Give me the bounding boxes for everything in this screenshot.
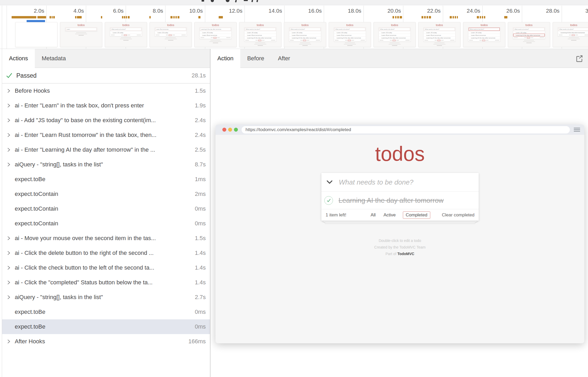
filmstrip-thumbnail[interactable]: todosWhat needs to be done?Learn JS toda…	[418, 22, 460, 47]
filter-completed[interactable]: Completed	[403, 211, 430, 219]
todomvc-brand[interactable]: TodoMVC	[397, 252, 414, 256]
action-row[interactable]: expect.toContain0ms	[2, 201, 210, 216]
action-row[interactable]: ai - Click the check button to the left …	[2, 260, 210, 275]
action-row[interactable]: expect.toBe1ms	[2, 172, 210, 187]
action-row-label: ai - Enter "Learning AI the day after to…	[15, 146, 192, 153]
filmstrip-thumbnail[interactable]: todosWhat needs to be done?Learn JS toda…	[374, 22, 416, 47]
filmstrip-thumbnail[interactable]: todosWhat needs to be done?Learn JS toda…	[284, 22, 326, 47]
thumbnail-todo-footer	[334, 39, 366, 41]
chevron-right-icon[interactable]	[6, 250, 15, 256]
thumbnail-footer-bar	[172, 35, 175, 35]
clipped-title-fragment	[202, 0, 204, 2]
filter-all[interactable]: All	[370, 211, 376, 219]
toggle-all-chevron-down-icon[interactable]	[326, 180, 333, 184]
clear-completed-button[interactable]: Clear completed	[442, 212, 474, 218]
tab-after[interactable]: After	[271, 49, 297, 68]
thumbnail-footer-filters	[390, 40, 399, 41]
thumbnail-footer-bar	[316, 40, 320, 41]
action-time-marker	[393, 16, 394, 18]
filmstrip-thumbnail[interactable]: todosWhat needs to be done?Learn JS toda…	[463, 22, 505, 47]
action-row[interactable]: aiQuery - "string[], tasks in the list"2…	[2, 290, 210, 305]
chevron-right-icon[interactable]	[6, 147, 15, 153]
filmstrip-thumbnail[interactable]: todosWhat needs to be done?Learning AI t…	[553, 22, 588, 47]
filmstrip-thumbnail[interactable]: todosWhat needs to be done?Learn JS toda…	[508, 22, 550, 47]
thumbnail-todo-item: Learning AI the day after tomorrow	[558, 31, 588, 34]
new-todo-input[interactable]	[339, 178, 465, 186]
thumbnail-input: Learning AI the day after tomorrow	[200, 28, 231, 31]
action-row[interactable]: ai - Add "JS today" to base on the exist…	[2, 113, 210, 128]
chevron-right-icon[interactable]	[6, 294, 15, 300]
chevron-right-icon[interactable]	[6, 162, 15, 167]
action-time-marker	[219, 16, 223, 18]
action-row-duration: 166ms	[188, 338, 206, 345]
timeline[interactable]: 2.0s4.0s6.0s8.0s10.0s12.0s14.0s16.0s18.0…	[0, 6, 588, 49]
action-row[interactable]: Before Hooks1.5s	[2, 83, 210, 98]
todo-item-label[interactable]: Learning AI the day after tomorrow	[339, 196, 444, 205]
action-row[interactable]: expect.toContain2ms	[2, 187, 210, 201]
thumbnail-todo-item: Learning AI the day after tomorrow	[468, 36, 500, 39]
tab-actions[interactable]: Actions	[2, 49, 35, 68]
filmstrip-thumbnail[interactable]: todosWhat needs to be done?Learn JS toda…	[239, 22, 281, 47]
action-row-duration: 0ms	[195, 220, 206, 227]
thumbnail-todo-card: What needs to be done?Learn JS todayLear…	[244, 27, 276, 42]
action-row[interactable]: ai - Enter "Learn Rust tomorrow" in the …	[2, 128, 210, 142]
filmstrip-thumbnail[interactable]: todosWhat needs to be done?Learn JS toda…	[329, 22, 371, 47]
thumbnail-info-lines	[60, 32, 102, 36]
action-row[interactable]: ai - Enter "Learn" in the task box, don'…	[2, 98, 210, 113]
filter-active[interactable]: Active	[383, 211, 396, 219]
action-time-marker	[504, 16, 507, 18]
toolbar-clipped	[0, 0, 588, 5]
chevron-right-icon[interactable]	[6, 235, 15, 241]
thumbnail-footer-bar	[495, 40, 499, 41]
action-time-marker	[422, 16, 423, 18]
action-row[interactable]: ai - Click the "completed" Status button…	[2, 275, 210, 290]
chevron-right-icon[interactable]	[6, 339, 15, 344]
action-list: Before Hooks1.5sai - Enter "Learn" in th…	[2, 83, 210, 349]
thumbnail-footer-filters	[166, 34, 175, 36]
tab-metadata[interactable]: Metadata	[35, 49, 73, 68]
thumbnail-footer-filters	[300, 40, 309, 41]
thumbnail-todo-item: Learn JS today	[424, 31, 455, 34]
chevron-right-icon[interactable]	[6, 280, 15, 285]
chevron-right-icon[interactable]	[6, 103, 15, 108]
app-info-footer: Double-click to edit a todoCreated by th…	[215, 239, 584, 258]
tab-before[interactable]: Before	[240, 49, 271, 68]
filmstrip-thumbnail[interactable]: todosLearn Rust tomorrowLearn JS today	[150, 22, 192, 47]
open-snapshot-external-button[interactable]	[575, 54, 584, 63]
action-row[interactable]: expect.toBe0ms	[2, 305, 210, 319]
thumbnail-footer-bar	[307, 40, 309, 41]
filmstrip-thumbnail[interactable]	[15, 22, 57, 47]
chevron-right-icon[interactable]	[6, 132, 15, 138]
thumbnail-footer-selected-filter	[393, 40, 396, 41]
thumbnail-todos-title: todos	[195, 23, 236, 27]
action-time-marker	[124, 16, 125, 18]
thumbnail-footer-bar	[396, 40, 399, 41]
todo-checked-toggle[interactable]	[324, 196, 333, 205]
filmstrip-thumbnail[interactable]: todosLearning AI the day after tomorrowL…	[194, 22, 237, 47]
action-row[interactable]: aiQuery - "string[], tasks in the list"8…	[2, 157, 210, 172]
timeline-time-label: 16.0s	[308, 8, 322, 14]
filmstrip-thumbnail[interactable]: todosLearn	[60, 22, 102, 47]
minimize-traffic-light-icon	[228, 128, 232, 132]
action-time-marker	[397, 16, 399, 18]
tab-action[interactable]: Action	[210, 49, 240, 68]
thumbnail-todos-title: todos	[105, 23, 147, 27]
action-row[interactable]: ai - Click the delete button to the righ…	[2, 246, 210, 260]
thumbnail-todo-item: Learning AI the day after tomorrow	[513, 34, 545, 36]
action-row[interactable]: expect.toContain0ms	[2, 216, 210, 231]
thumbnail-footer-bar	[524, 37, 526, 38]
filter-group: AllActiveCompleted	[370, 211, 430, 219]
action-row[interactable]: ai - Enter "Learning AI the day after to…	[2, 142, 210, 157]
thumbnail-todos-title: todos	[508, 23, 550, 27]
action-row[interactable]: expect.toBe0ms	[2, 319, 210, 334]
action-row[interactable]: ai - Move your mouse over the second ite…	[2, 231, 210, 246]
thumbnail-info-lines	[105, 37, 147, 41]
filmstrip-thumbnail[interactable]: todosWhat needs to be done?Learn JS toda…	[105, 22, 147, 47]
thumbnail-todo-item: Learn JS today	[289, 31, 321, 34]
action-row[interactable]: After Hooks166ms	[2, 334, 210, 349]
chevron-right-icon[interactable]	[6, 265, 15, 271]
chevron-right-icon[interactable]	[6, 88, 15, 94]
chevron-right-icon[interactable]	[6, 117, 15, 123]
thumbnail-footer-filters	[569, 34, 578, 36]
check-icon	[6, 72, 13, 79]
